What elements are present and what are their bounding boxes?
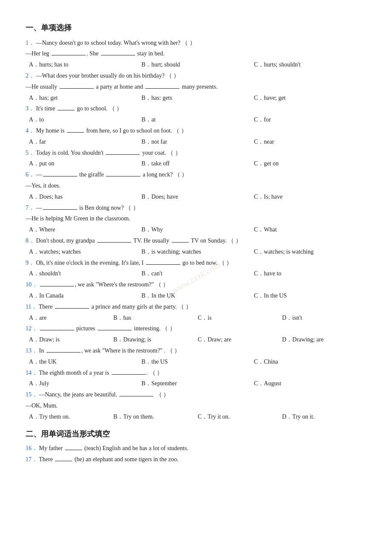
q1-number: 1． — [26, 40, 35, 46]
question-16: 16． My father (teach) English and he has… — [26, 443, 366, 454]
q8-optB: B．is watching; watches — [141, 247, 254, 257]
q12-number: 12． — [26, 325, 37, 332]
blank — [101, 55, 135, 55]
q1-text: —Nancy doesn't go to school today. What'… — [36, 40, 196, 46]
q7-optA: A．Where — [29, 225, 141, 235]
q13-number: 13． — [26, 347, 37, 354]
q6-options: A．Does; has B．Does; have C．Is; have — [26, 192, 366, 202]
q11-options: A．are B．has C．is D．isn't — [26, 313, 366, 323]
q13-optA: A．the UK — [29, 357, 141, 367]
question-14: 14． The eighth month of a year is . （ ） — [26, 368, 366, 378]
q13-optB: B．the US — [141, 357, 254, 367]
q12-optB: B．Drawing; is — [113, 335, 198, 345]
q6-optA: A．Does; has — [29, 192, 141, 202]
blank — [55, 308, 89, 309]
question-10: 10． , we ask "Where's the restroom?" （ ） — [26, 280, 366, 290]
blank — [65, 450, 82, 450]
q12-optD: D．Drawing; are — [282, 335, 366, 345]
q12-optC: C．Draw; are — [198, 335, 282, 345]
q4-text: My home is from here, so I go to school … — [36, 127, 187, 134]
q1-options: A．hurts; has to B．hurt; should C．hurts; … — [26, 60, 366, 70]
q15-text: —Nancy, the jeans are beautiful. （ ） — [39, 391, 170, 398]
q6-text: — the giraffe a long neck? （ ） — [36, 171, 188, 178]
q2-dialog: —He usually a party at home and many pre… — [26, 82, 366, 92]
section2-title: 二、用单词适当形式填空 — [26, 428, 366, 441]
q6-yes: —Yes, it does. — [26, 181, 366, 191]
q15-optA: A．Try them on. — [29, 412, 113, 422]
blank — [119, 396, 153, 396]
q2-text: —What does your brother usually do on hi… — [36, 72, 180, 79]
q4-options: A．far B．not far C．near — [26, 137, 366, 147]
q2-optA: A．has; get — [29, 93, 141, 103]
section1-title: 一、单项选择 — [26, 21, 366, 35]
blank — [145, 88, 179, 89]
q8-text: Don't shout, my grandpa TV. He usually T… — [36, 237, 242, 244]
q1-optC: C．hurts; shouldn't — [254, 60, 366, 70]
question-7: 7． — is Ben doing now? （ ） — [26, 203, 366, 213]
q14-number: 14． — [26, 370, 37, 376]
q3-optA: A．to — [29, 115, 141, 125]
blank — [58, 110, 75, 110]
q2-optC: C．have; get — [254, 93, 366, 103]
q16-text: My father (teach) English and he has a l… — [39, 445, 188, 451]
blank — [106, 154, 140, 155]
question-2: 2． —What does your brother usually do on… — [26, 71, 366, 81]
q10-optA: A．In Canada — [29, 291, 141, 301]
q14-options: A．July B．September C．August — [26, 379, 366, 389]
question-1: 1． —Nancy doesn't go to school today. Wh… — [26, 38, 366, 48]
q12-optA: A．Draw; is — [29, 335, 113, 345]
blank — [112, 374, 146, 375]
question-9: 9． Oh, it's nine o'clock in the evening.… — [26, 258, 366, 268]
q11-text: There a prince and many girls at the par… — [39, 304, 192, 310]
question-17: 17． There (be) an elephant and some tige… — [26, 454, 366, 465]
blank — [55, 461, 72, 461]
q8-number: 8． — [26, 237, 35, 244]
q1-dialog: —Her leg . She stay in bed. — [26, 49, 366, 59]
q14-optC: C．August — [254, 379, 366, 389]
q9-options: A．shouldn't B．can't C．have to — [26, 269, 366, 279]
question-12: 12． pictures interesting. （ ） — [26, 324, 366, 334]
blank — [40, 330, 74, 330]
q7-optC: C．What — [254, 225, 366, 235]
blank — [46, 352, 81, 353]
blank — [172, 242, 189, 243]
q14-text: The eighth month of a year is . （ ） — [39, 370, 163, 376]
blank — [97, 242, 131, 243]
q15-dialog: —OK, Mum. — [26, 401, 366, 411]
q14-optA: A．July — [29, 379, 141, 389]
q3-optC: C．for — [254, 115, 366, 125]
q5-optC: C．get on — [254, 159, 366, 169]
q5-optB: B．take off — [141, 159, 254, 169]
q4-number: 4． — [26, 127, 35, 134]
blank — [43, 209, 77, 210]
question-8: 8． Don't shout, my grandpa TV. He usuall… — [26, 236, 366, 246]
question-15: 15． —Nancy, the jeans are beautiful. （ ） — [26, 390, 366, 400]
q10-options: A．In Canada B．In the UK C．In the US — [26, 291, 366, 301]
q15-number: 15． — [26, 391, 37, 398]
blank — [98, 330, 132, 330]
q3-optB: B．at — [141, 115, 254, 125]
q12-text: pictures interesting. （ ） — [39, 325, 176, 332]
q10-number: 10． — [26, 281, 37, 288]
q14-optB: B．September — [141, 379, 254, 389]
q11-optC: C．is — [198, 313, 282, 323]
q3-number: 3． — [26, 105, 35, 112]
q7-dialog: —He is helping Mr Green in the classroom… — [26, 214, 366, 224]
q4-optC: C．near — [254, 137, 366, 147]
q7-options: A．Where B．Why C．What — [26, 225, 366, 235]
q11-optA: A．are — [29, 313, 113, 323]
q7-text: — is Ben doing now? （ ） — [36, 205, 139, 211]
q17-text: There (be) an elephant and some tigers i… — [39, 456, 178, 462]
blank — [146, 264, 180, 265]
q13-optC: C．China — [254, 357, 366, 367]
q7-number: 7． — [26, 205, 35, 211]
q3-options: A．to B．at C．for — [26, 115, 366, 125]
blank — [67, 132, 84, 133]
question-5: 5． Today is cold. You shouldn't your coa… — [26, 148, 366, 158]
q16-number: 16． — [26, 445, 37, 451]
q6-optC: C．Is; have — [254, 192, 366, 202]
q12-options: A．Draw; is B．Drawing; is C．Draw; are D．D… — [26, 335, 366, 345]
q5-number: 5． — [26, 150, 35, 156]
question-3: 3． It's time go to school. （ ） — [26, 104, 366, 114]
q11-optD: D．isn't — [282, 313, 366, 323]
